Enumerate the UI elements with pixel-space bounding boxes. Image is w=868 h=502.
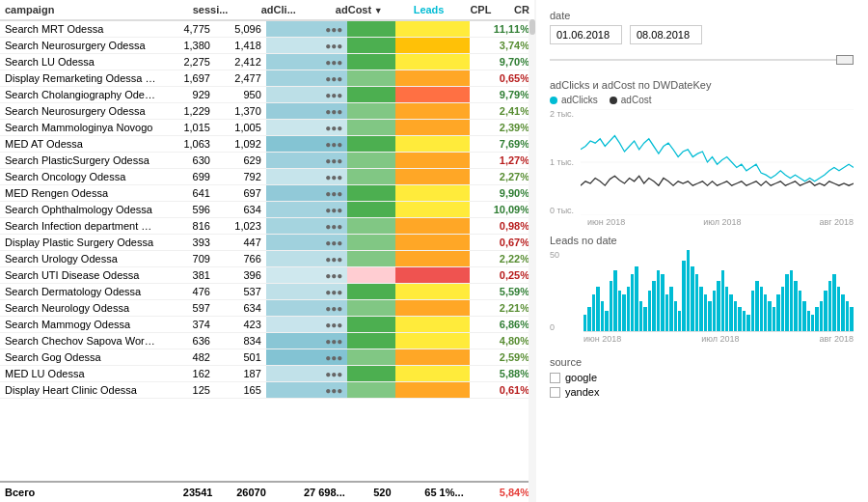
bar-chart-inner: июн 2018 июл 2018 авг 2018 <box>583 250 854 347</box>
cell-leads <box>347 70 394 87</box>
cell-sessions: 381 <box>164 267 215 284</box>
bar-chart-title: Leads no date <box>550 235 854 246</box>
bar <box>695 274 698 331</box>
cell-sessions: 597 <box>164 300 215 317</box>
cell-cpl <box>395 38 471 54</box>
cell-campaign: Display Remarketing Odessa Hills <box>0 70 164 87</box>
cell-adcost: ●●● <box>266 317 348 333</box>
table-row: Search Mammogy Odessa374423●●● 6,86% <box>0 317 534 333</box>
cell-adclicks: 950 <box>215 87 266 103</box>
cell-cpl <box>395 153 471 169</box>
date-range-section: date <box>550 10 854 70</box>
source-yandex-checkbox[interactable] <box>550 387 560 398</box>
cell-cpl <box>395 235 471 251</box>
bar <box>773 307 775 331</box>
table-row: Search LU Odessa2,2752,412●●● 9,70% <box>0 54 534 70</box>
bar <box>751 291 754 331</box>
bar <box>820 301 823 332</box>
bar <box>592 294 595 331</box>
date-slider-handle[interactable] <box>836 55 854 65</box>
date-to-input[interactable] <box>630 25 702 44</box>
cell-sessions: 4,775 <box>164 21 215 38</box>
cell-cr: 2,41% <box>470 103 534 120</box>
cell-leads <box>347 54 394 70</box>
col-adcost[interactable]: adCost <box>301 0 388 20</box>
cell-campaign: Search Mammologinya Novogo <box>0 120 164 136</box>
cell-cr: 2,27% <box>470 169 534 185</box>
bar <box>828 281 831 332</box>
cell-campaign: MED AT Odessa <box>0 136 164 153</box>
table-row: Search Urology Odessa709766●●● 2,22% <box>0 251 534 267</box>
cell-adclicks: 187 <box>215 366 266 382</box>
col-leads[interactable]: Leads <box>388 0 449 20</box>
cell-leads <box>347 300 394 317</box>
cell-sessions: 374 <box>164 317 215 333</box>
bar <box>682 261 685 332</box>
bar-y-zero: 0 <box>550 322 580 332</box>
col-sessions[interactable]: sessi... <box>164 0 232 20</box>
cell-campaign: Search Neurology Odessa <box>0 300 164 317</box>
cell-sessions: 641 <box>164 185 215 202</box>
footer-label: Всего <box>0 482 164 502</box>
bar <box>648 291 651 331</box>
cell-leads <box>347 185 394 202</box>
right-panel: date adClicks и adCost по DWDateKey adCl… <box>535 0 868 502</box>
y-axis-labels: 2 тыс. 1 тыс. 0 тыс. <box>550 109 581 215</box>
cell-adcost: ●●● <box>266 185 348 202</box>
cell-cr: 9,70% <box>470 54 534 70</box>
col-cr[interactable]: CR <box>496 0 534 20</box>
col-campaign[interactable]: campaign <box>0 0 164 20</box>
date-slider[interactable] <box>550 50 854 70</box>
line-chart-section: adClicks и adCost по DWDateKey adClicks … <box>550 79 854 225</box>
bar <box>760 287 763 331</box>
cell-campaign: MED LU Odessa <box>0 366 164 382</box>
date-from-input[interactable] <box>550 25 622 44</box>
cell-cr: 9,79% <box>470 87 534 103</box>
bar <box>794 281 797 332</box>
data-table-body: Search MRT Odessa4,7755,096●●● 11,11%Sea… <box>0 21 534 399</box>
bar <box>837 287 840 331</box>
bar <box>601 301 604 332</box>
bar <box>746 315 749 331</box>
vertical-scrollbar[interactable] <box>529 0 536 502</box>
col-cpl[interactable]: CPL <box>448 0 496 20</box>
cell-cpl <box>395 70 471 87</box>
date-section-title: date <box>550 10 854 21</box>
source-title: source <box>550 356 854 368</box>
cell-cpl <box>395 87 471 103</box>
table-scroll-body[interactable]: Search MRT Odessa4,7755,096●●● 11,11%Sea… <box>0 21 534 481</box>
table-row: Search Infection department Ode...8161,0… <box>0 218 534 235</box>
bar <box>708 301 711 332</box>
bar <box>811 315 814 331</box>
cell-leads <box>347 136 394 153</box>
cell-cpl <box>395 120 471 136</box>
table-row: MED LU Odessa162187●●● 5,88% <box>0 366 534 382</box>
cell-cpl <box>395 169 471 185</box>
bar <box>721 270 724 331</box>
cell-adcost: ●●● <box>266 38 348 54</box>
line-chart-legend: adClicks adCost <box>550 95 854 105</box>
cell-adcost: ●●● <box>266 235 348 251</box>
cell-leads <box>347 21 394 38</box>
cell-cr: 4,80% <box>470 333 534 349</box>
cell-cpl <box>395 366 471 382</box>
cell-leads <box>347 87 394 103</box>
cell-cr: 0,67% <box>470 235 534 251</box>
cell-sessions: 630 <box>164 153 215 169</box>
cell-adcost: ●●● <box>266 366 348 382</box>
source-google-checkbox[interactable] <box>550 373 560 383</box>
cell-campaign: Search Cholangiography Odessa <box>0 87 164 103</box>
cell-adcost: ●●● <box>266 70 348 87</box>
col-adclicks[interactable]: adCli... <box>232 0 300 20</box>
bar <box>755 281 758 332</box>
bar <box>781 287 784 331</box>
bar-x-aug: авг 2018 <box>819 334 854 344</box>
cell-cpl <box>395 218 471 235</box>
bar <box>665 294 668 331</box>
bar-x-jun: июн 2018 <box>583 334 621 344</box>
cell-leads <box>347 235 394 251</box>
table-container: campaign sessi... adCli... adCost Leads … <box>0 0 534 502</box>
scrollbar-thumb[interactable] <box>529 19 535 35</box>
cell-adcost: ●●● <box>266 103 348 120</box>
cell-adcost: ●●● <box>266 349 348 366</box>
